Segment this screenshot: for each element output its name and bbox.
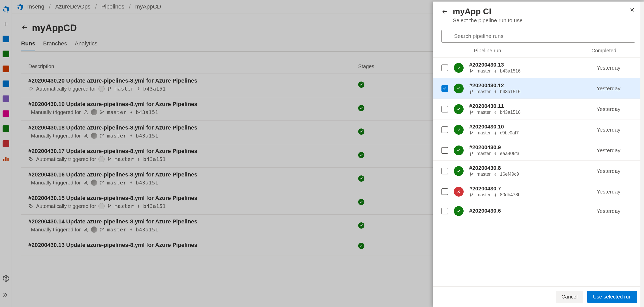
branch-icon bbox=[469, 193, 474, 197]
checkbox[interactable] bbox=[441, 188, 448, 195]
run-name: #20200430.7 bbox=[469, 185, 591, 192]
col-header-pipeline-run[interactable]: Pipeline run bbox=[474, 48, 591, 54]
app-avatar-icon bbox=[98, 203, 105, 209]
svg-point-54 bbox=[472, 132, 473, 132]
list-item[interactable]: #20200430.11 master b43a1516 Yesterday bbox=[433, 99, 644, 119]
tab-analytics[interactable]: Analytics bbox=[75, 40, 97, 51]
svg-point-6 bbox=[108, 90, 109, 91]
breadcrumb-item[interactable]: Pipelines bbox=[101, 3, 124, 10]
svg-point-19 bbox=[30, 158, 30, 159]
breadcrumb-item[interactable]: mseng bbox=[27, 3, 44, 10]
run-name: #20200430.9 bbox=[469, 144, 591, 150]
svg-point-58 bbox=[472, 152, 473, 153]
branch-icon bbox=[469, 131, 474, 135]
list-item[interactable]: #20200430.12 master b43a1516 Yesterday bbox=[433, 78, 644, 99]
cancel-button[interactable]: Cancel bbox=[556, 291, 583, 303]
svg-point-17 bbox=[103, 134, 104, 135]
run-name: #20200430.10 bbox=[469, 124, 591, 130]
settings-icon[interactable] bbox=[1, 271, 11, 285]
svg-point-35 bbox=[101, 228, 101, 229]
nav-item-4[interactable] bbox=[1, 77, 11, 91]
commit-hash: c9bc0af7 bbox=[500, 130, 519, 136]
list-item[interactable]: #20200430.10 master c9bc0af7 Yesterday bbox=[433, 119, 644, 140]
nav-item-9[interactable] bbox=[1, 152, 11, 166]
checkbox[interactable] bbox=[441, 106, 448, 112]
panel-subtitle: Select the pipeline run to use bbox=[453, 17, 523, 23]
svg-point-33 bbox=[138, 206, 139, 207]
list-item[interactable]: #20200430.8 master 16ef49c9 Yesterday bbox=[433, 161, 644, 181]
nav-item-7[interactable] bbox=[1, 122, 11, 136]
svg-point-52 bbox=[470, 131, 471, 132]
branch-icon bbox=[100, 227, 104, 232]
use-selected-run-button[interactable]: Use selected run bbox=[587, 291, 637, 303]
col-header-completed[interactable]: Completed bbox=[591, 48, 633, 54]
azure-devops-logo-icon[interactable] bbox=[1, 2, 11, 16]
nav-item-8[interactable] bbox=[1, 137, 11, 151]
status-success-icon bbox=[454, 63, 464, 73]
checkbox[interactable] bbox=[441, 168, 448, 174]
branch-icon bbox=[107, 204, 112, 208]
branch-icon bbox=[469, 151, 474, 156]
close-icon[interactable] bbox=[629, 7, 635, 15]
commit-icon bbox=[493, 172, 497, 176]
list-item[interactable]: #20200430.13 master b43a1516 Yesterday bbox=[433, 58, 644, 78]
nav-item-6[interactable] bbox=[1, 107, 11, 121]
commit-icon bbox=[493, 152, 497, 156]
breadcrumb-item[interactable]: AzureDevOps bbox=[55, 3, 90, 10]
scrollbar[interactable] bbox=[640, 2, 644, 307]
list-item[interactable]: #20200430.7 master 80db478b Yesterday bbox=[433, 181, 644, 202]
checkbox[interactable] bbox=[441, 147, 448, 154]
expand-rail-icon[interactable] bbox=[1, 288, 11, 302]
add-icon[interactable]: + bbox=[1, 17, 11, 31]
branch-icon bbox=[107, 86, 112, 91]
commit-icon bbox=[129, 228, 133, 232]
checkbox[interactable] bbox=[441, 208, 448, 214]
svg-point-62 bbox=[472, 173, 473, 174]
checkbox[interactable] bbox=[441, 64, 448, 71]
completed-label: Yesterday bbox=[597, 65, 635, 71]
back-arrow-icon[interactable] bbox=[21, 24, 28, 33]
list-item[interactable]: #20200430.6 Yesterday bbox=[433, 202, 644, 220]
panel-run-list[interactable]: #20200430.13 master b43a1516 Yesterday #… bbox=[433, 58, 644, 286]
run-name: #20200430.6 bbox=[469, 208, 591, 214]
svg-rect-2 bbox=[7, 158, 9, 161]
stage-success-icon bbox=[358, 105, 364, 111]
nav-item-2[interactable] bbox=[1, 47, 11, 61]
list-item[interactable]: #20200430.9 master eaa406f3 Yesterday bbox=[433, 140, 644, 161]
panel-back-arrow-icon[interactable] bbox=[441, 7, 448, 17]
svg-point-32 bbox=[110, 205, 111, 206]
checkbox[interactable] bbox=[441, 85, 448, 92]
col-header-description[interactable]: Description bbox=[28, 63, 358, 69]
branch-name: master bbox=[107, 227, 126, 233]
svg-point-57 bbox=[470, 155, 471, 155]
col-header-stages[interactable]: Stages bbox=[358, 63, 389, 69]
tab-branches[interactable]: Branches bbox=[43, 40, 67, 51]
svg-point-30 bbox=[108, 204, 109, 205]
search-input[interactable] bbox=[441, 30, 635, 43]
commit-hash: b43a151 bbox=[143, 86, 166, 92]
svg-point-20 bbox=[108, 157, 109, 158]
nav-item-3[interactable] bbox=[1, 62, 11, 76]
status-failed-icon bbox=[454, 187, 464, 197]
svg-point-31 bbox=[108, 207, 109, 208]
stage-success-icon bbox=[358, 199, 364, 205]
branch-name: master bbox=[114, 86, 134, 92]
trigger-label: Automatically triggered for bbox=[36, 86, 96, 92]
checkbox[interactable] bbox=[441, 126, 448, 133]
completed-label: Yesterday bbox=[597, 127, 635, 133]
nav-item-1[interactable] bbox=[1, 32, 11, 46]
run-title: #20200430.19 Update azure-pipelines-8.ym… bbox=[28, 101, 358, 108]
commit-icon bbox=[137, 87, 141, 91]
svg-point-56 bbox=[470, 152, 471, 153]
svg-point-8 bbox=[138, 88, 139, 89]
page-title: myAppCD bbox=[32, 23, 77, 34]
svg-point-50 bbox=[472, 111, 473, 112]
commit-icon bbox=[493, 90, 497, 94]
breadcrumb-item[interactable]: myAppCD bbox=[135, 3, 161, 10]
nav-item-5[interactable] bbox=[1, 92, 11, 106]
svg-point-7 bbox=[110, 87, 111, 88]
tab-runs[interactable]: Runs bbox=[21, 40, 35, 51]
branch-name: master bbox=[476, 151, 491, 156]
svg-point-38 bbox=[131, 229, 132, 230]
svg-rect-0 bbox=[3, 159, 4, 161]
